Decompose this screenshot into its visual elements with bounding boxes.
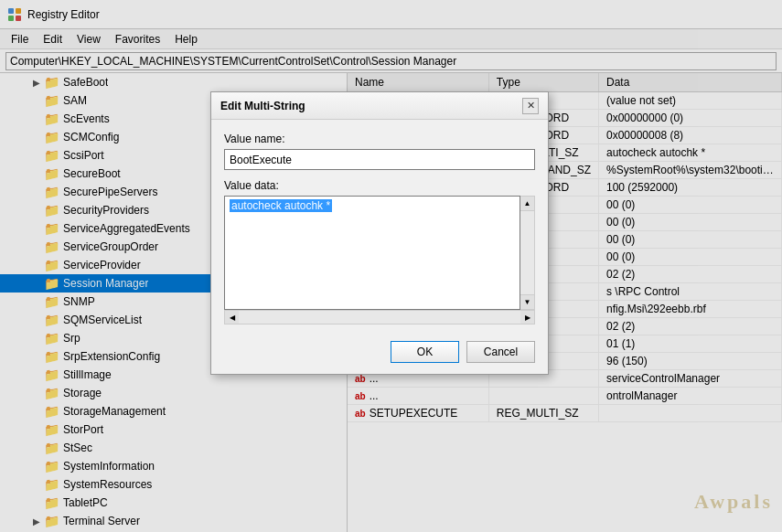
watermark: Awpals [694, 490, 773, 514]
value-name-label: Value name: [224, 133, 535, 145]
cancel-button[interactable]: Cancel [466, 341, 535, 363]
dialog-close-button[interactable]: ✕ [522, 98, 539, 114]
textarea-wrapper: autocheck autochk * ▲ ▼ [224, 196, 535, 310]
dialog-title-bar: Edit Multi-String ✕ [211, 92, 548, 120]
value-data-textarea[interactable] [225, 197, 520, 306]
ok-button[interactable]: OK [391, 341, 459, 363]
scrollbar-up-button[interactable]: ▲ [520, 197, 534, 211]
value-name-input[interactable] [224, 149, 535, 170]
scrollbar-down-button[interactable]: ▼ [520, 294, 534, 309]
value-data-label: Value data: [224, 179, 535, 192]
textarea-scrollbar[interactable]: ▲ ▼ [520, 196, 535, 310]
hscroll-track [239, 310, 520, 325]
hscroll-right-button[interactable]: ▶ [520, 310, 535, 325]
dialog-content: Value name: Value data: autocheck autoch… [211, 120, 548, 334]
hscroll-left-button[interactable]: ◀ [224, 310, 239, 325]
dialog-buttons: OK Cancel [211, 334, 548, 374]
modal-overlay: Edit Multi-String ✕ Value name: Value da… [0, 0, 782, 532]
scrollbar-track [520, 211, 534, 294]
dialog-title: Edit Multi-String [220, 100, 305, 112]
horizontal-scrollbar[interactable]: ◀ ▶ [224, 310, 535, 325]
edit-dialog: Edit Multi-String ✕ Value name: Value da… [210, 91, 549, 375]
